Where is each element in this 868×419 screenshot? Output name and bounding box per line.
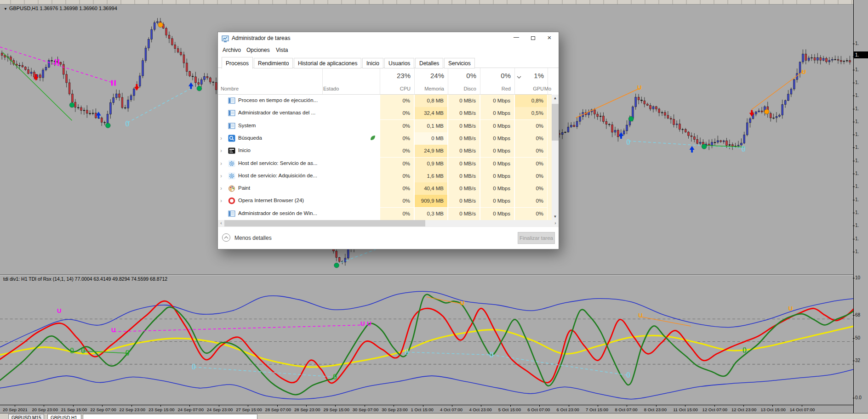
minimize-button[interactable]: — <box>508 32 525 44</box>
indicator-tick: 68 <box>855 312 860 317</box>
tab-usuarios[interactable]: Usuarios <box>384 58 414 68</box>
time-tick <box>160 405 161 407</box>
menu-vista[interactable]: Vista <box>276 47 288 53</box>
process-row[interactable]: ›Host del servicio: Servicio de as...0%0… <box>218 158 552 170</box>
cell-gpu: 0,8% <box>515 95 547 107</box>
expander-icon[interactable]: › <box>220 160 222 167</box>
expander-icon[interactable]: › <box>220 198 222 204</box>
price-tick: 1. <box>855 210 859 215</box>
titlebar[interactable]: Administrador de tareas — × <box>218 32 559 45</box>
expander-icon[interactable]: › <box>220 135 222 142</box>
collapse-circle-icon[interactable] <box>222 233 231 242</box>
process-row[interactable]: ›Paint0%40,4 MB0 MB/s0 Mbps0% <box>218 182 552 195</box>
price-tick: 1. <box>855 223 859 228</box>
col-memoria[interactable]: 24% Memoria <box>414 68 448 94</box>
col-disco[interactable]: 0% Disco <box>448 68 480 94</box>
time-tick <box>306 405 307 407</box>
menu-archivo[interactable]: Archivo <box>223 47 241 53</box>
horizontal-scroll-thumb[interactable] <box>224 220 425 226</box>
close-button[interactable]: × <box>541 32 558 44</box>
vertical-scrollbar[interactable]: ▲ ▼ <box>552 95 559 220</box>
cell-gpu: 0% <box>515 208 547 220</box>
process-row[interactable]: ›Opera Internet Browser (24)0%909,9 MB0 … <box>218 195 552 207</box>
process-row[interactable]: System0%0,1 MB0 MB/s0 Mbps0% <box>218 120 552 132</box>
time-label: 14 Oct 07:00 <box>790 407 815 412</box>
indicator-tick: 50 <box>855 335 860 340</box>
process-row[interactable]: Proceso en tiempo de ejecución...0%0,8 M… <box>218 95 552 107</box>
scroll-down-icon[interactable]: ▼ <box>552 213 559 220</box>
cell-mem: 40,4 MB <box>415 182 447 195</box>
tab-procesos[interactable]: Procesos <box>222 57 253 69</box>
cell-mem: 32,4 MB <box>415 107 447 119</box>
time-axis[interactable]: 20 Sep 202120 Sep 23:0021 Sep 15:0022 Se… <box>0 405 853 413</box>
cpu-total: 23% <box>397 72 411 79</box>
price-tick: 1. <box>855 119 859 124</box>
col-cpu[interactable]: 23% CPU <box>380 68 414 94</box>
svg-text:(): () <box>126 349 130 356</box>
cell-disk: 0 MB/s <box>448 95 480 107</box>
screenshot-root: { "symbol_bar": {"collapse_icon": "▼", "… <box>0 0 868 419</box>
chart-tab-strip-panel[interactable] <box>83 414 257 419</box>
process-row[interactable]: ›Búsqueda0%0 MB0 MB/s0 Mbps0% <box>218 132 552 145</box>
cell-net: 0 Mbps <box>480 132 514 145</box>
paint-icon <box>228 185 235 192</box>
tab-servicios[interactable]: Servicios <box>444 58 475 68</box>
col-gpu[interactable]: 1% GPU <box>514 68 548 94</box>
expander-icon[interactable]: › <box>220 185 222 192</box>
time-tick <box>743 405 744 407</box>
time-tick <box>714 405 715 407</box>
menu-opciones[interactable]: Opciones <box>246 47 270 53</box>
vertical-scroll-thumb[interactable] <box>552 104 559 141</box>
col-estado[interactable]: Estado <box>323 86 339 91</box>
price-axis[interactable]: 1.1.1.1.1.1.1.1.1.1.1.1.1.1.1.1.1. 1. 10… <box>853 0 868 413</box>
chart-tab-GBPUSD,H1[interactable]: GBPUSD,H1 <box>47 414 81 419</box>
time-label: 4 Oct 07:00 <box>440 407 463 412</box>
time-label: 8 Oct 07:00 <box>615 407 637 412</box>
time-tick <box>102 405 103 407</box>
window-footer: Menos detalles Finalizar tarea <box>218 226 559 249</box>
finalizar-tarea-button[interactable]: Finalizar tarea <box>518 232 555 244</box>
process-row[interactable]: ›Host de servicio: Adquisición de...0%1,… <box>218 170 552 182</box>
time-label: 5 Oct 15:00 <box>498 407 521 412</box>
price-tick: 1. <box>855 67 859 72</box>
maximize-button[interactable] <box>525 32 541 44</box>
svg-text:U: U <box>637 84 642 91</box>
time-tick <box>685 405 685 407</box>
process-table: Proceso en tiempo de ejecución...0%0,8 M… <box>218 95 552 220</box>
scroll-left-icon[interactable]: ‹ <box>218 220 224 226</box>
process-row[interactable]: Administrador de ventanas del ...0%32,4 … <box>218 107 552 119</box>
cell-cpu: 0% <box>380 107 414 119</box>
tab-rendimiento[interactable]: Rendimiento <box>254 58 293 68</box>
time-label: 29 Sep 15:00 <box>323 407 349 412</box>
tab-detalles[interactable]: Detalles <box>415 58 443 68</box>
horizontal-scrollbar[interactable]: ‹ › <box>218 220 559 226</box>
time-tick <box>539 405 540 407</box>
tab-historial-de-aplicaciones[interactable]: Historial de aplicaciones <box>294 58 361 68</box>
time-label: 6 Oct 07:00 <box>527 407 550 412</box>
chart-tab-GBPUSD,M15[interactable]: GBPUSD,M15 <box>8 414 44 419</box>
expander-icon[interactable]: › <box>220 173 222 179</box>
gpu-total: 1% <box>534 72 544 79</box>
svg-text:(): () <box>490 351 494 357</box>
process-row[interactable]: Administrador de sesión de Win...0%0,3 M… <box>218 208 552 220</box>
cell-gpu: 0% <box>515 145 547 157</box>
col-red[interactable]: 0% Red <box>480 68 514 94</box>
scroll-up-icon[interactable]: ▲ <box>552 95 559 102</box>
menos-detalles-button[interactable]: Menos detalles <box>234 235 272 241</box>
process-row[interactable]: ›Inicio0%24,9 MB0 MB/s0 Mbps0% <box>218 145 552 157</box>
chevron-down-icon[interactable] <box>517 74 521 80</box>
gear-icon <box>228 160 235 167</box>
cell-net: 0 Mbps <box>480 195 514 207</box>
svg-text:U: U <box>638 312 643 319</box>
col-nombre[interactable]: Nombre <box>221 86 239 91</box>
price-tick: 1. <box>855 249 859 254</box>
collapse-triangle-icon[interactable]: ▼ <box>4 7 7 11</box>
net-total: 0% <box>501 72 511 79</box>
svg-text:(): () <box>742 145 746 152</box>
time-tick <box>394 405 394 407</box>
price-tick: 1. <box>855 171 859 176</box>
scroll-right-icon[interactable]: › <box>552 220 559 226</box>
tab-inicio[interactable]: Inicio <box>362 58 383 68</box>
expander-icon[interactable]: › <box>220 147 222 154</box>
leaf-suspended-icon <box>370 135 376 141</box>
